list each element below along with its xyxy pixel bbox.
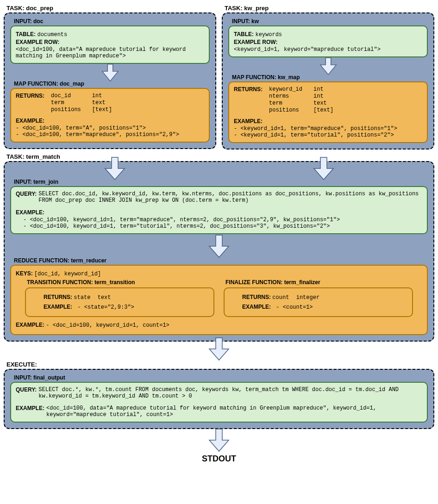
- arrow-icon: [4, 336, 434, 362]
- returns-label: RETURNS:: [44, 294, 72, 300]
- example-row-label: EXAMPLE ROW:: [16, 39, 59, 45]
- table-label: TABLE:: [16, 31, 36, 37]
- doc-prep-input-box: TABLE: documents EXAMPLE ROW: <doc_id=10…: [10, 25, 210, 64]
- reduce-box: KEYS: [doc_id, keyword_id] TRANSITION FU…: [10, 265, 428, 335]
- finalize-box: RETURNS: count integer EXAMPLE: - <count…: [224, 287, 413, 317]
- arrow-icon: [10, 233, 428, 259]
- finalize-returns-type: integer: [296, 294, 319, 301]
- query-label: QUERY:: [16, 386, 37, 393]
- kw-prep-example-row: <keyword_id=1, keyword="mapreduce tutori…: [234, 46, 422, 53]
- doc-prep-task-box: INPUT: doc TABLE: documents EXAMPLE ROW:…: [4, 12, 216, 149]
- example-label: EXAMPLE:: [16, 405, 44, 411]
- transition-returns-name: state: [74, 294, 90, 301]
- doc-prep-column: TASK: doc_prep INPUT: doc TABLE: documen…: [4, 4, 216, 152]
- arrow-icon: [4, 427, 434, 453]
- example-label: EXAMPLE:: [16, 209, 44, 216]
- example-label: EXAMPLE:: [16, 118, 44, 124]
- doc-map-returns: doc_idint termtext positions[text]: [51, 93, 112, 113]
- arrow-icon: [228, 56, 428, 76]
- transition-title: TRANSITION FUNCTION: term_transition: [27, 279, 214, 286]
- doc-map-example: - <doc_id=100, term="A", positions="1"> …: [16, 125, 204, 138]
- kw-prep-task-label: TASK: kw_prep: [225, 5, 434, 12]
- kw-prep-input-label: INPUT: kw: [232, 18, 428, 25]
- final-output-box: QUERY: SELECT doc.*, kw.*, tm.count FROM…: [10, 382, 428, 423]
- execute-task-box: INPUT: final_output QUERY: SELECT doc.*,…: [4, 369, 434, 429]
- doc-prep-table-value: documents: [37, 31, 67, 38]
- arrow-icon: [10, 63, 210, 82]
- finalize-returns-name: count: [272, 294, 289, 301]
- kw-prep-table-value: keywords: [255, 31, 282, 38]
- prep-tasks-row: TASK: doc_prep INPUT: doc TABLE: documen…: [4, 4, 434, 152]
- finalize-column: FINALIZE FUNCTION: term_finalizer RETURN…: [224, 279, 413, 317]
- final-output-query: SELECT doc.*, kw.*, tm.count FROM docume…: [38, 386, 422, 399]
- kw-map-box: RETURNS: keyword_idint ntermsint termtex…: [228, 81, 428, 143]
- doc-prep-task-label: TASK: doc_prep: [6, 5, 216, 12]
- kw-prep-column: TASK: kw_prep INPUT: kw TABLE: keywords …: [222, 4, 434, 152]
- example-label: EXAMPLE:: [16, 322, 44, 328]
- kw-map-returns: keyword_idint ntermsint termtext positio…: [269, 86, 333, 113]
- finalize-title: FINALIZE FUNCTION: term_finalizer: [225, 279, 413, 286]
- stdout-label: STDOUT: [4, 454, 434, 464]
- term-match-task-box: INPUT: term_join QUERY: SELECT doc.doc_i…: [4, 161, 434, 342]
- reduce-inner-row: TRANSITION FUNCTION: term_transition RET…: [25, 279, 413, 317]
- two-arrows-row: [10, 156, 428, 181]
- kw-prep-task-box: INPUT: kw TABLE: keywords EXAMPLE ROW: <…: [222, 12, 434, 149]
- returns-label: RETURNS:: [16, 93, 44, 113]
- doc-map-box: RETURNS: doc_idint termtext positions[te…: [10, 88, 210, 143]
- transition-returns-type: text: [98, 294, 111, 301]
- keys-value: [doc_id, keyword_id]: [34, 271, 101, 277]
- term-join-examples: - <doc_id=100, keyword_id=1, term="mapre…: [16, 217, 422, 230]
- example-label: EXAMPLE:: [234, 118, 263, 124]
- transition-example: - <state="2,9:3">: [77, 304, 134, 311]
- transition-column: TRANSITION FUNCTION: term_transition RET…: [25, 279, 214, 317]
- doc-prep-example-row: <doc_id=100, data="A mapreduce tutorial …: [16, 46, 204, 59]
- transition-box: RETURNS: state text EXAMPLE: - <state="2…: [25, 287, 214, 317]
- term-join-query: SELECT doc.doc_id, kw.keyword_id, kw.ter…: [38, 191, 422, 204]
- doc-prep-input-label: INPUT: doc: [14, 18, 210, 25]
- keys-label: KEYS:: [16, 270, 33, 277]
- arrow-icon: [10, 156, 219, 181]
- example-label: EXAMPLE:: [242, 304, 271, 310]
- query-label: QUERY:: [16, 191, 37, 197]
- kw-prep-input-box: TABLE: keywords EXAMPLE ROW: <keyword_id…: [228, 25, 428, 57]
- example-row-label: EXAMPLE ROW:: [234, 39, 277, 45]
- arrow-icon: [219, 156, 428, 181]
- execute-label: EXECUTE:: [6, 361, 434, 368]
- reduce-example: - <doc_id=100, keyword_id=1, count=1>: [46, 322, 169, 329]
- final-output-label: INPUT: final_output: [14, 374, 428, 381]
- example-label: EXAMPLE:: [44, 304, 72, 310]
- final-output-example: <doc_id=100, data="A mapreduce tutorial …: [46, 405, 422, 418]
- returns-label: RETURNS:: [242, 294, 271, 300]
- kw-map-example: - <keyword_id=1, term="mapreduce", posit…: [234, 125, 422, 138]
- returns-label: RETURNS:: [234, 86, 263, 113]
- finalize-example: - <count=1>: [276, 304, 313, 311]
- table-label: TABLE:: [234, 31, 254, 37]
- term-join-input-box: QUERY: SELECT doc.doc_id, kw.keyword_id,…: [10, 186, 428, 234]
